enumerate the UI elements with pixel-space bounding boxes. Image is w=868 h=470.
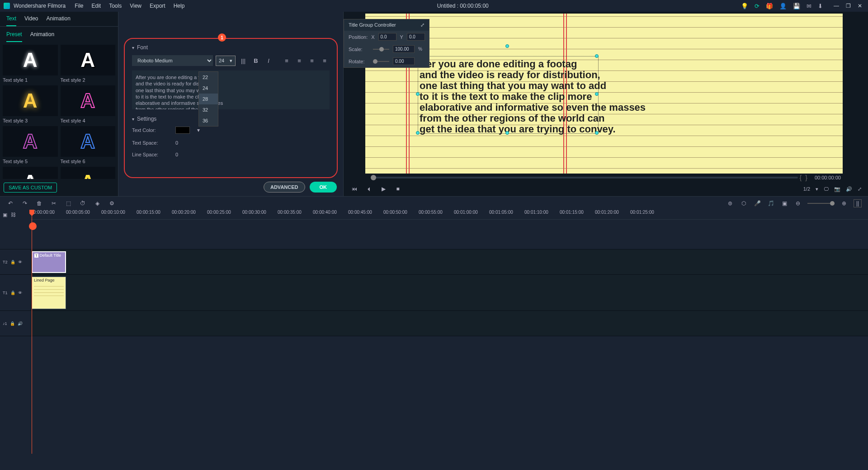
title-group-controller[interactable]: Title Group Controller ⤢ Position: X Y S… bbox=[344, 19, 429, 68]
menu-export[interactable]: Export bbox=[150, 3, 165, 9]
link-icon[interactable]: ⛓ bbox=[11, 212, 16, 217]
prev-frame-button[interactable]: ⏮ bbox=[350, 184, 359, 193]
rotate-slider[interactable] bbox=[373, 61, 389, 62]
advanced-button[interactable]: ADVANCED bbox=[264, 182, 305, 193]
tab-video[interactable]: Video bbox=[24, 15, 38, 26]
menu-help[interactable]: Help bbox=[174, 3, 185, 9]
text-style-7[interactable]: A bbox=[3, 167, 58, 179]
mixer-icon[interactable]: ▣ bbox=[780, 199, 788, 207]
text-space-value[interactable]: 0 bbox=[175, 140, 178, 146]
ratio-dropdown-icon[interactable]: ▾ bbox=[816, 186, 818, 192]
monitor-icon[interactable]: 🖵 bbox=[824, 186, 829, 192]
eye-icon[interactable]: 👁 bbox=[18, 291, 22, 295]
font-size-select[interactable]: 24 ▾ bbox=[216, 56, 236, 66]
music-icon[interactable]: 🎵 bbox=[767, 199, 775, 207]
text-color-swatch[interactable] bbox=[175, 127, 190, 134]
save-as-custom-button[interactable]: SAVE AS CUSTOM bbox=[4, 183, 57, 193]
menu-file[interactable]: File bbox=[75, 3, 83, 9]
playhead[interactable] bbox=[32, 210, 32, 454]
zoom-in-button[interactable]: ⊕ bbox=[840, 199, 848, 207]
snap-icon[interactable]: ▣ bbox=[3, 212, 7, 218]
zoom-out-button[interactable]: ⊖ bbox=[794, 199, 802, 207]
bold-button[interactable]: B bbox=[251, 56, 261, 66]
lock-icon[interactable]: 🔒 bbox=[10, 260, 15, 264]
menu-edit[interactable]: Edit bbox=[92, 3, 101, 9]
line-space-value[interactable]: 0 bbox=[175, 152, 178, 157]
align-center-button[interactable]: ≡ bbox=[294, 56, 304, 66]
playback-ratio[interactable]: 1/2 bbox=[803, 186, 810, 192]
align-right-button[interactable]: ≡ bbox=[307, 56, 317, 66]
subtab-preset[interactable]: Preset bbox=[6, 31, 22, 42]
refresh-icon[interactable]: ⟳ bbox=[755, 3, 760, 9]
undo-button[interactable]: ↶ bbox=[6, 199, 14, 207]
zoom-slider[interactable] bbox=[807, 203, 835, 204]
marker-icon[interactable]: ⬡ bbox=[740, 199, 748, 207]
italic-button[interactable]: I bbox=[264, 56, 274, 66]
tab-text[interactable]: Text bbox=[6, 15, 16, 26]
redo-button[interactable]: ↷ bbox=[21, 199, 29, 207]
text-style-4[interactable]: A bbox=[61, 85, 116, 116]
scrub-track[interactable] bbox=[371, 177, 798, 179]
snapshot-icon[interactable]: 📷 bbox=[834, 186, 840, 192]
zoom-fit-button[interactable]: || bbox=[854, 199, 862, 207]
text-style-6[interactable]: A bbox=[61, 126, 116, 157]
font-size-dropdown[interactable]: 22 24 28 32 36 bbox=[198, 71, 218, 127]
font-family-select[interactable]: Roboto Medium bbox=[132, 55, 213, 66]
gift-icon[interactable]: 🎁 bbox=[766, 3, 773, 9]
font-section-header[interactable]: Font bbox=[132, 44, 330, 51]
speed-button[interactable]: ⏱ bbox=[79, 199, 87, 207]
rotate-input[interactable] bbox=[393, 57, 415, 65]
stop-button[interactable]: ■ bbox=[393, 184, 402, 193]
mail-icon[interactable]: ✉ bbox=[807, 3, 811, 9]
settings-section-header[interactable]: Settings bbox=[132, 116, 330, 122]
settings-button[interactable]: ⚙ bbox=[108, 199, 116, 207]
save-icon[interactable]: 💾 bbox=[793, 3, 800, 9]
render-icon[interactable]: ⊚ bbox=[726, 199, 734, 207]
scale-input[interactable] bbox=[393, 45, 415, 53]
voice-icon[interactable]: 🎤 bbox=[753, 199, 761, 207]
size-opt-32[interactable]: 32 bbox=[199, 104, 218, 115]
text-style-1[interactable]: A bbox=[3, 45, 58, 75]
crop-button[interactable]: ⬚ bbox=[64, 199, 72, 207]
cut-button[interactable]: ✂ bbox=[50, 199, 58, 207]
video-preview[interactable]: fter you are done editing a footagand th… bbox=[365, 14, 843, 174]
clip-lined-page[interactable]: Lined Page bbox=[32, 277, 66, 309]
delete-button[interactable]: 🗑 bbox=[35, 199, 43, 207]
size-opt-28[interactable]: 28 bbox=[199, 94, 218, 104]
lock-icon[interactable]: 🔒 bbox=[10, 291, 15, 295]
text-style-3[interactable]: A bbox=[3, 85, 58, 116]
text-style-2[interactable]: A bbox=[61, 45, 116, 75]
user-icon[interactable]: 👤 bbox=[779, 3, 787, 9]
size-opt-36[interactable]: 36 bbox=[199, 115, 218, 126]
text-style-5[interactable]: A bbox=[3, 126, 58, 157]
size-opt-22[interactable]: 22 bbox=[199, 72, 218, 83]
bracket-out-icon[interactable]: } bbox=[805, 174, 807, 181]
position-x-input[interactable] bbox=[378, 33, 396, 41]
close-button[interactable]: ✕ bbox=[855, 3, 864, 9]
text-style-8[interactable]: A bbox=[61, 167, 116, 179]
fullscreen-icon[interactable]: ⤢ bbox=[858, 186, 862, 192]
bulb-icon[interactable]: 💡 bbox=[741, 3, 748, 9]
maximize-button[interactable]: ❐ bbox=[844, 3, 853, 9]
download-icon[interactable]: ⬇ bbox=[818, 3, 823, 9]
timeline-ruler[interactable]: 00:00:00:0000:00:05:0000:00:10:0000:00:1… bbox=[31, 210, 868, 220]
align-left-button[interactable]: ≡ bbox=[282, 56, 292, 66]
bracket-in-icon[interactable]: { bbox=[800, 174, 802, 181]
size-opt-24[interactable]: 24 bbox=[199, 83, 218, 94]
char-spacing-icon[interactable]: ||| bbox=[238, 56, 248, 66]
speaker-icon[interactable]: 🔊 bbox=[18, 321, 23, 326]
subtab-animation[interactable]: Animation bbox=[30, 31, 54, 42]
menu-view[interactable]: View bbox=[130, 3, 142, 9]
text-editor[interactable]: After you are done editing a foot and th… bbox=[132, 70, 330, 109]
tgc-collapse-icon[interactable]: ⤢ bbox=[420, 22, 425, 28]
clip-default-title[interactable]: T Default Title bbox=[32, 251, 66, 273]
scale-slider[interactable] bbox=[373, 49, 389, 50]
position-y-input[interactable] bbox=[407, 33, 425, 41]
ok-button[interactable]: OK bbox=[310, 182, 337, 193]
minimize-button[interactable]: — bbox=[832, 3, 841, 9]
sound-icon[interactable]: 🔊 bbox=[846, 186, 852, 192]
play-button[interactable]: ▶ bbox=[379, 184, 388, 193]
tab-animation[interactable]: Animation bbox=[47, 15, 71, 26]
lock-icon[interactable]: 🔒 bbox=[10, 321, 15, 326]
step-back-button[interactable]: ⏴ bbox=[364, 184, 373, 193]
